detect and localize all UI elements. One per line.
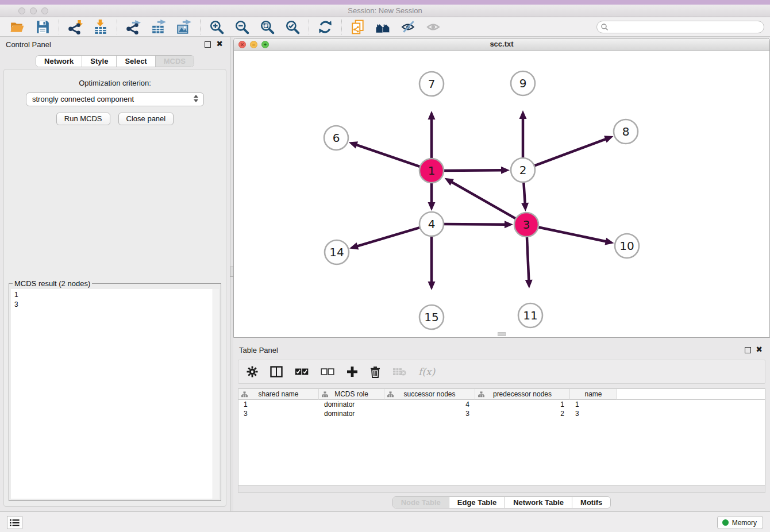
graph-node-14[interactable]: 14 — [325, 240, 349, 264]
graph-node-11[interactable]: 11 — [518, 303, 542, 327]
export-table-button[interactable] — [151, 19, 167, 35]
column-header-mcds-role[interactable]: MCDS role — [319, 389, 384, 400]
graph-node-6[interactable]: 6 — [324, 126, 348, 150]
graph-edge-4-3[interactable] — [442, 224, 506, 225]
zoom-fit-icon — [260, 20, 275, 34]
zoom-out-button[interactable] — [234, 19, 250, 35]
tab-select[interactable]: Select — [116, 56, 155, 67]
network-view-window: ✕ − + scc.txt 7968124314101511 — [233, 38, 770, 338]
close-panel-icon[interactable]: ✖ — [756, 346, 763, 353]
table-row[interactable]: 1 dominator 4 1 1 — [238, 400, 765, 409]
zoom-in-button[interactable] — [209, 19, 225, 35]
export-network-button[interactable] — [125, 19, 141, 35]
float-panel-icon[interactable] — [205, 41, 211, 48]
run-mcds-button[interactable]: Run MCDS — [56, 113, 110, 125]
delete-table-button[interactable] — [392, 364, 406, 379]
table-row[interactable]: 3 dominator 3 2 3 — [238, 409, 765, 418]
deselect-all-columns-button[interactable] — [321, 364, 334, 379]
delete-row-button[interactable] — [370, 364, 380, 379]
add-row-button[interactable] — [346, 364, 358, 379]
result-item[interactable]: 1 — [11, 289, 219, 300]
criterion-dropdown[interactable]: strongly connected component — [26, 92, 204, 106]
first-neighbors-button[interactable] — [375, 19, 391, 35]
graph-edge-1-6[interactable] — [355, 144, 422, 167]
control-panel: Control Panel ✖ Network Style Select MCD… — [0, 37, 230, 511]
network-graph[interactable]: 7968124314101511 — [234, 51, 769, 337]
graph-edge-4-14[interactable] — [356, 227, 422, 246]
tab-style[interactable]: Style — [82, 56, 116, 67]
cell-shared-name[interactable]: 1 — [238, 400, 319, 409]
graph-node-1[interactable]: 1 — [419, 159, 444, 183]
graph-arrowhead — [525, 280, 533, 288]
tab-node-table[interactable]: Node Table — [393, 497, 449, 508]
result-scrollbar[interactable] — [213, 289, 219, 499]
float-panel-icon[interactable] — [745, 347, 751, 353]
canvas-resize-handle[interactable] — [498, 332, 506, 336]
memory-button[interactable]: Memory — [717, 516, 763, 529]
graph-edge-2-8[interactable] — [533, 138, 607, 166]
import-network-button[interactable] — [67, 19, 83, 35]
save-session-button[interactable] — [34, 19, 51, 35]
cell-successor-nodes[interactable]: 4 — [384, 400, 475, 409]
column-layout-button[interactable] — [270, 364, 283, 379]
graph-edge-3-11[interactable] — [527, 235, 529, 282]
tab-motifs[interactable]: Motifs — [572, 497, 610, 508]
graph-node-2[interactable]: 2 — [511, 158, 535, 182]
table-toolbar: f(x) — [238, 360, 765, 384]
svg-text:10: 10 — [619, 239, 634, 253]
graph-arrowhead — [501, 167, 510, 174]
result-item[interactable]: 3 — [11, 300, 219, 310]
show-graphics-button[interactable] — [426, 19, 442, 35]
column-header-name[interactable]: name — [570, 389, 617, 400]
search-input[interactable] — [609, 22, 764, 32]
cell-name[interactable]: 3 — [570, 409, 617, 418]
export-table-icon — [151, 20, 166, 34]
graph-node-9[interactable]: 9 — [511, 71, 535, 95]
column-header-predecessor-nodes[interactable]: predecessor nodes — [475, 389, 570, 400]
close-panel-icon[interactable]: ✖ — [216, 41, 223, 47]
cell-predecessor-nodes[interactable]: 1 — [475, 400, 570, 409]
import-table-button[interactable] — [93, 19, 109, 35]
column-header-shared-name[interactable]: shared name — [238, 389, 319, 400]
task-history-button[interactable] — [7, 516, 22, 529]
tab-edge-table[interactable]: Edge Table — [449, 497, 505, 508]
cell-mcds-role[interactable]: dominator — [319, 409, 384, 418]
mcds-result-title: MCDS result (2 nodes) — [13, 279, 92, 288]
network-canvas[interactable]: 7968124314101511 — [234, 51, 769, 337]
close-panel-button[interactable]: Close panel — [118, 113, 174, 125]
mcds-result-list[interactable]: 1 3 — [11, 289, 219, 499]
apply-layout-button[interactable] — [317, 19, 333, 35]
graph-node-15[interactable]: 15 — [419, 305, 444, 329]
function-builder-button[interactable]: f(x) — [418, 364, 435, 379]
graph-edge-2-3[interactable] — [523, 180, 525, 205]
zoom-selected-button[interactable] — [284, 19, 301, 35]
graph-node-8[interactable]: 8 — [614, 119, 638, 144]
table-settings-button[interactable] — [247, 364, 258, 379]
graph-edge-1-2[interactable] — [442, 170, 503, 171]
clone-network-button[interactable] — [350, 19, 366, 35]
network-window-titlebar[interactable]: ✕ − + scc.txt — [234, 38, 769, 51]
graph-edge-3-10[interactable] — [537, 227, 607, 242]
search-field[interactable] — [596, 21, 764, 33]
graph-node-7[interactable]: 7 — [419, 72, 444, 96]
zoom-fit-button[interactable] — [259, 19, 275, 35]
cell-predecessor-nodes[interactable]: 2 — [475, 409, 570, 418]
cell-shared-name[interactable]: 3 — [238, 409, 319, 418]
graph-arrowhead — [428, 111, 436, 119]
export-image-button[interactable] — [176, 19, 192, 35]
hide-graphics-button[interactable] — [401, 19, 417, 35]
cell-successor-nodes[interactable]: 3 — [384, 409, 475, 418]
cell-mcds-role[interactable]: dominator — [319, 400, 384, 409]
open-session-button[interactable] — [9, 19, 25, 35]
cell-name[interactable]: 1 — [570, 400, 617, 409]
tab-network[interactable]: Network — [36, 56, 82, 67]
table-scroll-strip[interactable] — [238, 485, 765, 493]
tab-network-table[interactable]: Network Table — [505, 497, 572, 508]
graph-node-4[interactable]: 4 — [419, 212, 444, 236]
graph-edge-3-1[interactable] — [451, 182, 517, 219]
column-header-successor-nodes[interactable]: successor nodes — [384, 389, 475, 400]
select-all-columns-button[interactable] — [295, 364, 309, 379]
tab-mcds[interactable]: MCDS — [155, 56, 194, 67]
graph-node-10[interactable]: 10 — [615, 234, 639, 258]
graph-node-3[interactable]: 3 — [514, 213, 538, 237]
